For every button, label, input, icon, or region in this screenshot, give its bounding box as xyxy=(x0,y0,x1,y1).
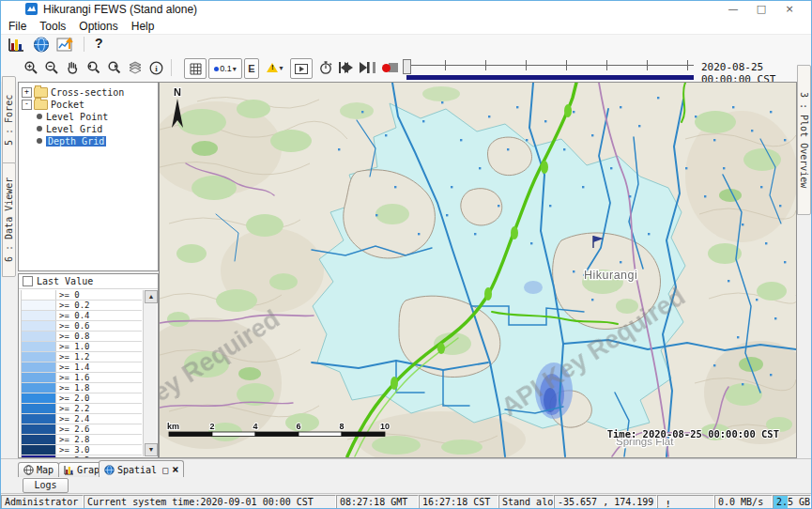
timeline-handle[interactable] xyxy=(403,59,411,74)
database-explorer-icon[interactable] xyxy=(7,37,25,53)
layer-tree: + Cross-section - Pocket Level Point Lev… xyxy=(18,82,159,271)
layer-dot-icon xyxy=(37,138,42,144)
tree-node-label[interactable]: Cross-section xyxy=(51,87,124,98)
maximize-button[interactable]: □ xyxy=(747,1,775,18)
layers-icon[interactable] xyxy=(126,58,145,77)
tab-map-label: Map xyxy=(37,465,54,475)
spatial-display-icon[interactable] xyxy=(56,37,75,53)
status-warning-cell[interactable] xyxy=(657,495,714,509)
menu-help[interactable]: Help xyxy=(131,20,155,33)
toolbar-separator xyxy=(171,59,172,76)
app-icon xyxy=(25,3,38,15)
map-canvas[interactable]: API Key Required API Key Required Hikura… xyxy=(160,83,796,457)
legend-label: >= 2.8 xyxy=(56,435,142,444)
globe-wire-icon xyxy=(23,465,34,475)
tree-node-cross-section[interactable]: + Cross-section xyxy=(22,86,158,98)
legend-label: >= 2.6 xyxy=(56,424,142,434)
zoom-next-icon[interactable] xyxy=(104,58,123,77)
legend-scrollbar[interactable]: ▲ ▼ xyxy=(143,290,157,456)
frame-prev-next-record xyxy=(331,58,391,77)
tree-node-label-selected[interactable]: Depth Grid xyxy=(46,136,106,147)
animation-movie-button[interactable] xyxy=(290,58,313,79)
map-view[interactable]: API Key Required API Key Required Hikura… xyxy=(159,82,797,458)
menu-file[interactable]: File xyxy=(8,20,26,33)
info-icon[interactable]: i xyxy=(146,58,165,77)
svg-text:4: 4 xyxy=(253,422,257,431)
tree-node-label[interactable]: Level Grid xyxy=(46,124,102,134)
zoom-out-icon[interactable] xyxy=(42,58,61,77)
layers-panel: + Cross-section - Pocket Level Point Lev… xyxy=(18,82,159,458)
legend-table: >= 0 >= 0.2 >= 0.4 >= 0.6 >= 0.8 >= 1.0 … xyxy=(21,290,142,457)
tab-map[interactable]: Map xyxy=(18,462,59,477)
thresholds-warning-dropdown[interactable]: ▾ xyxy=(262,58,288,77)
next-frame-button[interactable] xyxy=(360,62,369,73)
timeline-slider[interactable] xyxy=(403,57,696,78)
main-toolbar: ? xyxy=(1,35,811,54)
legend-label: >= 1.6 xyxy=(56,373,142,382)
main-area: 5 : Forec 6 : Data Viewer + Cross-sectio… xyxy=(1,82,811,458)
status-coordinates: -35.657 , 174.199 xyxy=(554,495,657,509)
legend-label: >= 0.6 xyxy=(56,321,142,331)
tree-node-label[interactable]: Level Point xyxy=(46,112,108,122)
layer-dot-icon xyxy=(37,114,42,119)
legend-label: >= 2.0 xyxy=(56,393,142,403)
legend-swatch xyxy=(22,373,56,382)
zoom-in-icon[interactable] xyxy=(22,58,40,77)
chevron-down-icon: ▾ xyxy=(233,65,237,73)
tree-node-pocket[interactable]: - Pocket xyxy=(22,99,158,110)
pan-hand-icon[interactable] xyxy=(63,58,82,77)
minimize-button[interactable]: — xyxy=(719,1,747,18)
expand-icon[interactable]: + xyxy=(22,87,32,98)
tab-close-icon[interactable]: × xyxy=(172,463,178,476)
last-value-label: Last Value xyxy=(37,276,93,286)
window-title: Hikurangi FEWS (Stand alone) xyxy=(43,3,197,16)
record-button[interactable] xyxy=(382,64,391,72)
decimal-precision-dropdown[interactable]: 0.1 ▾ xyxy=(208,58,242,79)
status-local-time: 16:27:18 CST xyxy=(419,495,498,509)
grid-toggle-icon[interactable] xyxy=(184,58,207,79)
legend-swatch xyxy=(22,332,56,341)
tab-plot-overview[interactable]: 3 : Plot Overview xyxy=(797,65,811,215)
status-system-time: Current system time:2020-09-01 00:00 CST xyxy=(84,495,336,509)
legend-swatch xyxy=(22,301,56,310)
logs-row: Logs xyxy=(1,477,811,493)
status-bar: Administrator Current system time:2020-0… xyxy=(1,493,811,509)
close-button[interactable]: × xyxy=(775,1,804,18)
tab-maximize-icon[interactable]: □ xyxy=(162,465,168,475)
tab-spatial[interactable]: Spatial □ × xyxy=(99,460,184,478)
legend-swatch xyxy=(22,352,56,362)
svg-text:8: 8 xyxy=(339,422,344,431)
tree-node-level-grid[interactable]: Level Grid xyxy=(22,123,158,134)
logs-button[interactable]: Logs xyxy=(23,478,69,493)
tree-node-depth-grid[interactable]: Depth Grid xyxy=(22,135,158,147)
legend-swatch xyxy=(22,311,56,320)
scale-bar-segments xyxy=(169,432,385,437)
zoom-previous-icon[interactable] xyxy=(84,58,102,77)
blue-globe-icon xyxy=(104,465,115,475)
scroll-up-icon[interactable]: ▲ xyxy=(145,290,158,303)
memory-label: 2.5 GB xyxy=(776,497,810,507)
svg-text:10: 10 xyxy=(380,422,390,431)
legend-label: >= 2.4 xyxy=(56,414,142,424)
legend-toggle-button[interactable]: E xyxy=(244,58,259,79)
previous-frame-button[interactable] xyxy=(339,62,348,73)
decimal-value: 0.1 xyxy=(220,64,232,73)
bar-chart-icon xyxy=(64,465,74,475)
folder-icon xyxy=(34,87,48,98)
chevron-down-icon: ▾ xyxy=(279,64,283,72)
tree-node-label[interactable]: Pocket xyxy=(51,100,84,110)
tab-data-viewer[interactable]: 6 : Data Viewer xyxy=(2,162,16,277)
svg-text:2: 2 xyxy=(209,422,214,431)
map-display-globe-icon[interactable] xyxy=(32,37,51,53)
tree-node-level-point[interactable]: Level Point xyxy=(22,111,158,122)
collapse-icon[interactable]: - xyxy=(22,100,32,110)
help-button[interactable]: ? xyxy=(95,36,103,51)
title-bar: Hikurangi FEWS (Stand alone) — □ × xyxy=(1,1,811,19)
scroll-down-icon[interactable]: ▼ xyxy=(145,443,158,456)
last-value-checkbox[interactable] xyxy=(23,276,33,286)
svg-text:i: i xyxy=(155,64,158,73)
tab-forecasts[interactable]: 5 : Forec xyxy=(2,76,16,164)
legend-label: >= 2.2 xyxy=(56,404,142,413)
menu-tools[interactable]: Tools xyxy=(39,20,66,33)
menu-options[interactable]: Options xyxy=(79,20,117,33)
